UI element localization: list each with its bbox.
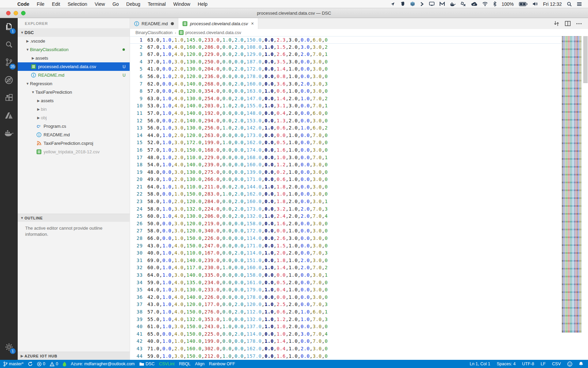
tree-item-regression[interactable]: ▼Regression [18,79,130,88]
code-line-20[interactable]: 2049.0,1.0,2.0,130.0,266.0,0.0,0.0,171.0… [130,176,583,183]
activity-explorer-icon[interactable]: 1 [0,18,18,36]
menu-list-icon[interactable] [577,1,582,7]
tree-item-bin[interactable]: ▶bin [18,105,130,113]
status-csvlint[interactable]: CSVLint [159,362,175,366]
code-line-27[interactable]: 2758.0,0.0,3.0,120.0,340.0,0.0,0.0,172.0… [130,227,583,235]
code-editor[interactable]: 163.0,1.0,1.0,145.0,233.0,1.0,2.0,150.0,… [130,36,583,360]
activity-source-control-icon[interactable]: 35 [0,53,18,71]
location-arrow-icon[interactable] [390,1,395,7]
status-sync-icon[interactable] [28,361,33,367]
dirty-indicator-dot[interactable] [171,22,174,25]
code-line-18[interactable]: 1854.0,1.0,4.0,140.0,239.0,0.0,0.0,160.0… [130,161,583,169]
menu-debug[interactable]: Debug [122,1,144,7]
split-editor-icon[interactable] [565,20,571,27]
tree-item-assets[interactable]: ▶assets [18,96,130,105]
code-line-13[interactable]: 1356.0,1.0,3.0,130.0,256.0,1.0,2.0,142.0… [130,124,583,132]
tree-item-binaryclassification[interactable]: ▼BinaryClassification [18,45,130,54]
code-line-40[interactable]: 4061.0,1.0,3.0,150.0,243.0,1.0,0.0,137.0… [130,323,583,331]
code-line-4[interactable]: 437.0,1.0,3.0,130.0,250.0,0.0,0.0,187.0,… [130,58,583,66]
code-line-14[interactable]: 1444.0,1.0,2.0,120.0,263.0,0.0,0.0,173.0… [130,132,583,139]
code-line-23[interactable]: 2358.0,1.0,2.0,120.0,284.0,0.0,2.0,160.0… [130,198,583,205]
tree-item-readme-md[interactable]: README.mdU [18,71,130,79]
code-line-24[interactable]: 2458.0,1.0,3.0,132.0,224.0,0.0,2.0,173.0… [130,205,583,213]
tree-item-program-cs[interactable]: C#Program.cs [18,122,130,131]
code-line-28[interactable]: 2866.0,0.0,1.0,150.0,226.0,0.0,0.0,114.0… [130,235,583,242]
code-line-37[interactable]: 3743.0,1.0,4.0,120.0,177.0,0.0,2.0,120.0… [130,301,583,308]
code-line-36[interactable]: 3642.0,1.0,4.0,140.0,226.0,0.0,0.0,178.0… [130,294,583,301]
outline-section-header[interactable]: ▼ OUTLINE [18,214,130,222]
wifi-icon[interactable] [482,1,488,7]
breadcrumb[interactable]: BinaryClassification › processed.clevela… [130,29,588,36]
tab-processed-cleveland-data-csv[interactable]: processed.cleveland.data.csv× [178,18,258,29]
code-line-38[interactable]: 3857.0,1.0,4.0,150.0,276.0,0.0,2.0,112.0… [130,308,583,316]
menu-code[interactable]: Code [14,1,33,7]
code-line-34[interactable]: 3459.0,1.0,4.0,135.0,234.0,0.0,0.0,161.0… [130,279,583,287]
code-line-7[interactable]: 762.0,0.0,4.0,140.0,268.0,0.0,2.0,160.0,… [130,80,583,88]
status-flame-icon[interactable] [63,361,66,367]
status-rbql[interactable]: RBQL [179,362,191,366]
activity-azure-icon[interactable] [0,107,18,124]
minimap[interactable] [562,36,583,360]
code-line-15[interactable]: 1552.0,1.0,3.0,172.0,199.0,1.0,0.0,162.0… [130,139,583,147]
code-line-8[interactable]: 857.0,0.0,4.0,120.0,354.0,0.0,0.0,163.0,… [130,88,583,95]
chevron-right-icon[interactable] [420,1,424,7]
code-line-25[interactable]: 2560.0,1.0,4.0,130.0,206.0,0.0,2.0,132.0… [130,213,583,220]
code-line-29[interactable]: 2943.0,1.0,4.0,150.0,247.0,0.0,0.0,171.0… [130,242,583,250]
code-line-35[interactable]: 3544.0,1.0,3.0,130.0,233.0,0.0,0.0,179.0… [130,286,583,294]
code-line-31[interactable]: 3169.0,0.0,1.0,140.0,239.0,0.0,0.0,151.0… [130,257,583,264]
code-line-9[interactable]: 963.0,1.0,4.0,130.0,254.0,0.0,2.0,147.0,… [130,95,583,103]
code-line-1[interactable]: 163.0,1.0,1.0,145.0,233.0,1.0,2.0,150.0,… [130,36,583,44]
compare-icon[interactable] [554,20,559,27]
spotlight-icon[interactable] [567,1,572,7]
code-line-5[interactable]: 541.0,0.0,2.0,130.0,204.0,0.0,2.0,172.0,… [130,65,583,73]
tree-item-taxifareprediction-csproj[interactable]: TaxiFarePrediction.csproj [18,139,130,148]
status-ln-1-col-1[interactable]: Ln 1, Col 1 [470,362,490,366]
status-lf[interactable]: LF [541,362,546,366]
status-master-[interactable]: master* [3,361,23,367]
code-line-44[interactable]: 4459.0,1.0,3.0,150.0,212.0,1.0,0.0,157.0… [130,353,583,360]
status-0[interactable]: 0 [37,361,45,367]
status-bell-icon[interactable] [579,361,583,367]
activity-settings-gear-icon[interactable]: 1 [0,338,18,356]
shape-x-icon[interactable] [461,1,466,7]
code-line-12[interactable]: 1256.0,0.0,2.0,140.0,294.0,0.0,2.0,153.0… [130,117,583,125]
code-line-32[interactable]: 3260.0,1.0,4.0,117.0,230.0,1.0,0.0,160.0… [130,264,583,272]
breadcrumb-file[interactable]: processed.cleveland.data.csv [185,30,241,35]
menu-clock[interactable]: Fri 12:32 [543,1,562,7]
status-utf-8[interactable]: UTF-8 [522,362,534,366]
tree-item-readme-md[interactable]: README.md [18,131,130,139]
code-line-22[interactable]: 2258.0,0.0,1.0,150.0,283.0,1.0,2.0,162.0… [130,190,583,198]
code-line-41[interactable]: 4165.0,0.0,4.0,150.0,225.0,0.0,2.0,114.0… [130,331,583,338]
tab-readme-md[interactable]: README.md [130,18,178,29]
tree-item-assets[interactable]: ▶assets [18,54,130,62]
menu-help[interactable]: Help [194,1,211,7]
tree-item-yellow-tripdata-2018-12-csv[interactable]: yellow_tripdata_2018-12.csv [18,148,130,156]
tree-root-dsc[interactable]: ▼DSC [18,28,130,37]
evernote-icon[interactable] [400,1,405,7]
menu-window[interactable]: Window [169,1,194,7]
close-tab-icon[interactable]: × [251,21,254,26]
activity-docker-icon[interactable] [0,124,18,142]
code-line-19[interactable]: 1948.0,0.0,3.0,130.0,275.0,0.0,0.0,139.0… [130,169,583,176]
code-line-33[interactable]: 3364.0,1.0,3.0,140.0,335.0,0.0,0.0,158.0… [130,272,583,279]
code-line-2[interactable]: 267.0,1.0,4.0,160.0,286.0,0.0,2.0,108.0,… [130,44,583,51]
code-line-43[interactable]: 4371.0,0.0,2.0,160.0,302.0,0.0,0.0,162.0… [130,345,583,353]
bluetooth-icon[interactable] [493,1,496,7]
status-azure-mdfarragher-outlook-com[interactable]: Azure: mdfarragher@outlook.com [71,362,135,366]
more-actions-icon[interactable] [576,20,582,27]
editor-scrollbar[interactable] [583,36,588,360]
menu-go[interactable]: Go [109,1,122,7]
code-line-3[interactable]: 367.0,1.0,4.0,120.0,229.0,0.0,2.0,129.0,… [130,51,583,58]
code-line-10[interactable]: 1053.0,1.0,4.0,140.0,203.0,1.0,2.0,155.0… [130,102,583,110]
activity-debug-icon[interactable] [0,71,18,89]
docker-whale-icon[interactable] [450,1,456,7]
tree-item--vscode[interactable]: ▶.vscode [18,37,130,45]
status-align[interactable]: Align [195,362,205,366]
status-smiley-icon[interactable] [567,361,572,367]
menu-file[interactable]: File [33,1,48,7]
breadcrumb-folder[interactable]: BinaryClassification [135,30,173,35]
status-dsc[interactable]: DSC [139,361,154,367]
azure-iot-hub-section-header[interactable]: ▶ AZURE IOT HUB [18,352,130,360]
menu-view[interactable]: View [91,1,109,7]
tree-item-obj[interactable]: ▶obj [18,113,130,122]
